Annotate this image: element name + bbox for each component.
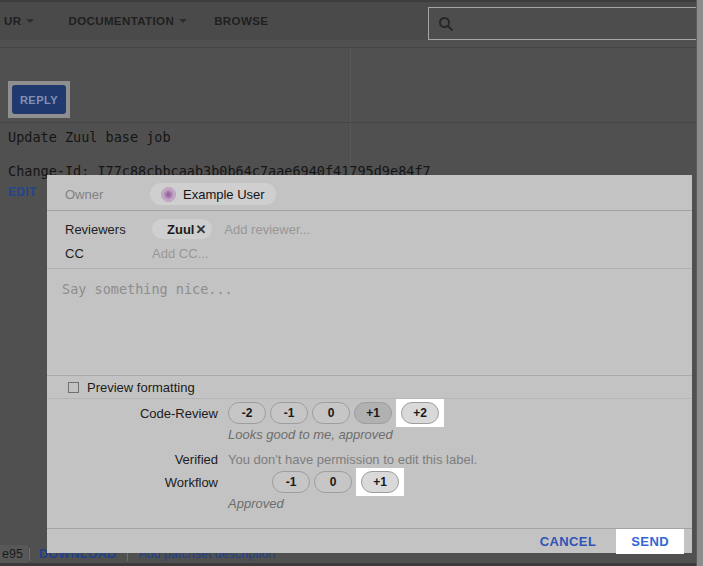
vertical-scrollbar[interactable]: [696, 0, 703, 566]
reviewers-label: Reviewers: [65, 222, 152, 237]
preview-formatting-label: Preview formatting: [87, 380, 195, 395]
workflow-plus1-button[interactable]: +1: [361, 471, 399, 493]
owner-row: Owner Example User: [47, 178, 692, 210]
divider: [47, 210, 692, 211]
send-button-highlight: SEND: [616, 529, 684, 554]
workflow-plus1-highlight: +1: [356, 468, 404, 496]
send-button[interactable]: SEND: [625, 533, 675, 550]
nav-menu-browse[interactable]: BROWSE: [214, 15, 268, 27]
code-review-plus2-highlight: +2: [396, 399, 444, 427]
verified-no-permission-message: You don't have permission to edit this l…: [228, 452, 477, 467]
preview-formatting-row: Preview formatting: [47, 377, 692, 397]
owner-chip-name: Example User: [183, 187, 265, 202]
divider: [29, 548, 30, 561]
nav-menu-documentation-label: DOCUMENTATION: [68, 15, 174, 27]
header-divider: [0, 47, 703, 48]
code-review-plus2-button[interactable]: +2: [401, 402, 439, 424]
workflow-minus1-button[interactable]: -1: [272, 471, 310, 493]
reply-message-textarea[interactable]: Say something nice...: [47, 268, 692, 376]
reviewer-chip-name: Zuul: [167, 222, 194, 237]
reviewer-chip-zuul[interactable]: Zuul ✕: [152, 219, 212, 239]
add-reviewer-input[interactable]: Add reviewer...: [224, 222, 310, 237]
reply-button[interactable]: REPLY: [12, 85, 66, 114]
workflow-label: Workflow: [47, 475, 218, 490]
workflow-zero-button[interactable]: 0: [314, 471, 352, 493]
nav-menu-ur[interactable]: UR: [4, 15, 34, 27]
avatar: [161, 187, 176, 202]
code-review-minus2-button[interactable]: -2: [228, 402, 266, 424]
cancel-button[interactable]: CANCEL: [534, 533, 603, 550]
workflow-row: Workflow -1 0 +1: [47, 468, 692, 496]
dialog-footer: CANCEL SEND: [47, 529, 692, 553]
search-icon: [438, 16, 454, 32]
search-input[interactable]: [428, 7, 697, 40]
owner-label: Owner: [65, 187, 150, 202]
owner-chip[interactable]: Example User: [150, 183, 276, 205]
reply-message-placeholder: Say something nice...: [62, 281, 233, 297]
code-review-hint: Looks good to me, approved: [228, 427, 692, 443]
reviewers-row: Reviewers Zuul ✕ Add reviewer...: [47, 216, 692, 242]
edit-link[interactable]: EDIT: [8, 185, 37, 199]
code-review-label: Code-Review: [47, 406, 218, 421]
commit-message-title: Update Zuul base job: [8, 129, 171, 145]
preview-formatting-checkbox[interactable]: [68, 382, 79, 393]
code-review-row: Code-Review -2 -1 0 +1 +2: [47, 399, 692, 427]
code-review-plus1-button[interactable]: +1: [354, 402, 392, 424]
code-review-minus1-button[interactable]: -1: [270, 402, 308, 424]
chevron-down-icon: [179, 19, 187, 23]
score-labels-section: Code-Review -2 -1 0 +1 +2 Looks good to …: [47, 399, 692, 512]
chevron-down-icon: [26, 19, 34, 23]
nav-menu-browse-label: BROWSE: [214, 15, 268, 27]
commit-hash-suffix: e95: [0, 545, 28, 563]
reply-dialog: Owner Example User Reviewers Zuul ✕ Add …: [47, 175, 692, 553]
code-review-zero-button[interactable]: 0: [312, 402, 350, 424]
remove-reviewer-icon[interactable]: ✕: [195, 222, 206, 237]
cc-label: CC: [65, 246, 152, 261]
add-cc-input[interactable]: Add CC...: [152, 246, 208, 261]
section-divider: [0, 122, 703, 123]
verified-row: Verified You don't have permission to ed…: [47, 451, 692, 468]
nav-menu-documentation[interactable]: DOCUMENTATION: [68, 15, 187, 27]
verified-label: Verified: [47, 452, 218, 467]
reply-button-highlight: REPLY: [8, 81, 70, 118]
gerrit-review-screen: UR DOCUMENTATION BROWSE REPLY Update Zuu…: [0, 0, 703, 566]
cc-row: CC Add CC...: [47, 242, 692, 264]
panel-edge-line: [350, 48, 351, 175]
nav-menu-ur-label: UR: [4, 15, 21, 27]
workflow-hint: Approved: [228, 496, 692, 512]
